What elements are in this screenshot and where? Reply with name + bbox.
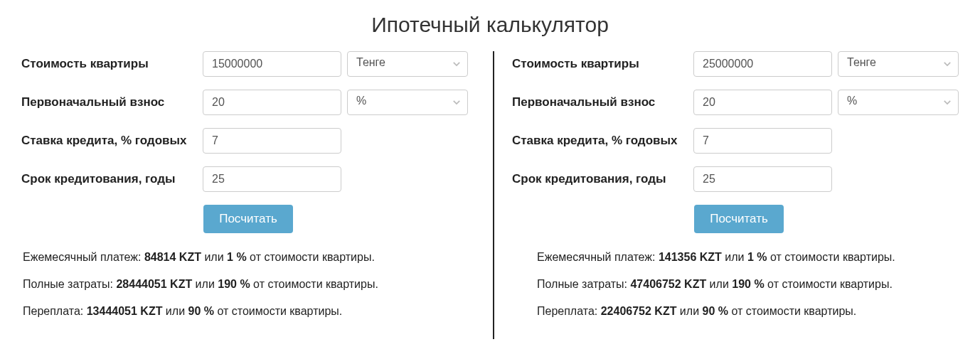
term-input[interactable] (203, 166, 341, 192)
label-rate: Ставка кредита, % годовых (21, 134, 203, 148)
label-term: Срок кредитования, годы (512, 172, 693, 186)
calculate-button[interactable]: Посчитать (203, 205, 293, 233)
down-input[interactable] (693, 90, 832, 115)
calculator-left: Стоимость квартиры Тенге Первоначальный … (0, 51, 493, 339)
currency-select[interactable]: Тенге (347, 51, 468, 77)
page-title: Ипотечный калькулятор (0, 7, 980, 37)
term-input[interactable] (693, 166, 832, 192)
rate-input[interactable] (203, 128, 341, 154)
result-monthly: Ежемесячный платеж: 141356 KZT или 1 % о… (537, 251, 966, 264)
chevron-down-icon (452, 59, 462, 69)
label-price: Стоимость квартиры (21, 57, 203, 71)
chevron-down-icon (942, 59, 952, 69)
calculator-right: Стоимость квартиры Тенге Первоначальный … (494, 51, 980, 339)
down-input[interactable] (203, 90, 341, 115)
result-over: Переплата: 22406752 KZT или 90 % от стои… (537, 305, 966, 318)
chevron-down-icon (942, 97, 952, 107)
chevron-down-icon (452, 97, 462, 107)
result-full: Полные затраты: 28444051 KZT или 190 % о… (23, 278, 475, 291)
label-down: Первоначальный взнос (512, 95, 693, 109)
down-unit-select[interactable]: % (838, 90, 959, 115)
currency-select[interactable]: Тенге (838, 51, 959, 77)
label-term: Срок кредитования, годы (21, 172, 203, 186)
rate-input[interactable] (693, 128, 832, 154)
calculate-button[interactable]: Посчитать (694, 205, 784, 233)
label-down: Первоначальный взнос (21, 95, 203, 109)
price-input[interactable] (203, 51, 341, 77)
result-over: Переплата: 13444051 KZT или 90 % от стои… (23, 305, 475, 318)
currency-select-value: Тенге (356, 56, 385, 68)
result-full: Полные затраты: 47406752 KZT или 190 % о… (537, 278, 966, 291)
label-rate: Ставка кредита, % годовых (512, 134, 693, 148)
result-monthly: Ежемесячный платеж: 84814 KZT или 1 % от… (23, 251, 475, 264)
currency-select-value: Тенге (847, 56, 876, 68)
down-unit-select[interactable]: % (347, 90, 468, 115)
price-input[interactable] (693, 51, 832, 77)
down-unit-value: % (847, 95, 857, 107)
down-unit-value: % (356, 95, 366, 107)
label-price: Стоимость квартиры (512, 57, 693, 71)
